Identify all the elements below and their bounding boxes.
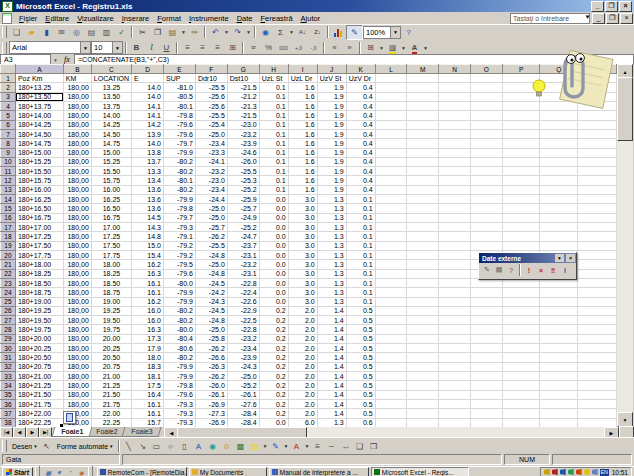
cell-M8[interactable] xyxy=(407,139,439,148)
cell-L23[interactable] xyxy=(375,278,407,287)
column-header-A[interactable]: A xyxy=(15,65,63,74)
cell-D34[interactable]: 17.5 xyxy=(132,381,164,390)
cell-F5[interactable]: -25.5 xyxy=(195,111,227,120)
cell-I26[interactable]: 2.0 xyxy=(288,306,317,315)
cell-J19[interactable]: 1.3 xyxy=(317,241,346,250)
cell-C16[interactable]: 16.75 xyxy=(91,213,131,222)
cell-O15[interactable] xyxy=(470,204,502,213)
column-header-P[interactable]: P xyxy=(502,65,540,74)
cell-L25[interactable] xyxy=(375,297,407,306)
borders-dropdown-icon[interactable]: ▼ xyxy=(378,41,385,54)
cell-D13[interactable]: 13.6 xyxy=(132,185,164,194)
cell-C21[interactable]: 18.00 xyxy=(91,260,131,269)
cell-A5[interactable]: 180+14.00 xyxy=(15,111,63,120)
cell-C31[interactable]: 20.50 xyxy=(91,353,131,362)
cell-E22[interactable]: -79.6 xyxy=(163,269,195,278)
cell-D30[interactable]: 17.9 xyxy=(132,344,164,353)
cell-O31[interactable] xyxy=(470,353,502,362)
cell-D22[interactable]: 16.3 xyxy=(132,269,164,278)
cell-B5[interactable]: 180,00 xyxy=(63,111,91,120)
cell-N3[interactable] xyxy=(439,92,471,101)
cell-O28[interactable] xyxy=(470,325,502,334)
cell-L32[interactable] xyxy=(375,362,407,371)
toolbar-grip[interactable] xyxy=(2,42,7,54)
task-button-4[interactable]: Microsoft Excel - Regis... xyxy=(371,467,469,476)
cell-G34[interactable]: -25.2 xyxy=(227,381,259,390)
cell-R7[interactable] xyxy=(578,129,617,138)
cell-D19[interactable]: 15.0 xyxy=(132,241,164,250)
cell-B1[interactable]: KM xyxy=(63,74,91,83)
cell-C15[interactable]: 16.50 xyxy=(91,204,131,213)
cell-M34[interactable] xyxy=(407,381,439,390)
cell-I11[interactable]: 1.6 xyxy=(288,167,317,176)
cell-E31[interactable]: -80.2 xyxy=(163,353,195,362)
cell-F3[interactable]: -25.6 xyxy=(195,92,227,101)
cell-G36[interactable]: -27.6 xyxy=(227,399,259,408)
cell-N7[interactable] xyxy=(439,129,471,138)
cell-C10[interactable]: 15.25 xyxy=(91,157,131,166)
cell-A15[interactable]: 180+16.50 xyxy=(15,204,63,213)
cell-L31[interactable] xyxy=(375,353,407,362)
borders-button[interactable]: ⊞ xyxy=(363,41,378,54)
zoom-dropdown-icon[interactable]: ▼ xyxy=(390,27,400,38)
cell-P26[interactable] xyxy=(502,306,540,315)
decrease-decimal-button[interactable]: -,0 xyxy=(306,41,321,54)
cell-C22[interactable]: 18.25 xyxy=(91,269,131,278)
row-header-7[interactable]: 7 xyxy=(1,129,16,138)
cell-G14[interactable]: -25.9 xyxy=(227,195,259,204)
cell-G31[interactable]: -23.9 xyxy=(227,353,259,362)
cell-I2[interactable]: 1.6 xyxy=(288,83,317,92)
cell-I1[interactable]: UzL Dr xyxy=(288,74,317,83)
cell-D4[interactable]: 14.1 xyxy=(132,101,164,110)
cell-J23[interactable]: 1.3 xyxy=(317,278,346,287)
cell-E38[interactable]: -79.3 xyxy=(163,418,195,427)
row-header-13[interactable]: 13 xyxy=(1,185,16,194)
cell-B14[interactable]: 180,00 xyxy=(63,195,91,204)
cell-F11[interactable]: -23.2 xyxy=(195,167,227,176)
cell-D29[interactable]: 17.3 xyxy=(132,334,164,343)
cell-D12[interactable]: 13.4 xyxy=(132,176,164,185)
cell-K26[interactable]: 0.5 xyxy=(346,306,375,315)
decrease-indent-button[interactable]: « xyxy=(327,41,342,54)
cell-H31[interactable]: 0.2 xyxy=(259,353,288,362)
cell-D17[interactable]: 14.3 xyxy=(132,223,164,232)
cell-O9[interactable] xyxy=(470,148,502,157)
column-header-C[interactable]: C xyxy=(91,65,131,74)
cell-E13[interactable]: -80.2 xyxy=(163,185,195,194)
query-parameters-button[interactable]: ? xyxy=(505,264,517,276)
first-sheet-icon[interactable]: |◀ xyxy=(0,427,13,438)
cell-C5[interactable]: 14.00 xyxy=(91,111,131,120)
cell-O25[interactable] xyxy=(470,297,502,306)
cell-R8[interactable] xyxy=(578,139,617,148)
cell-E26[interactable]: -80.2 xyxy=(163,306,195,315)
cell-K6[interactable]: 0.4 xyxy=(346,120,375,129)
cell-L26[interactable] xyxy=(375,306,407,315)
column-header-N[interactable]: N xyxy=(439,65,471,74)
date-externe-title-bar[interactable]: Date externe ▾ × xyxy=(479,253,576,263)
edit-query-button[interactable]: ✎ xyxy=(481,264,493,276)
cell-I23[interactable]: 3.0 xyxy=(288,278,317,287)
search-button[interactable]: ◎ xyxy=(69,26,84,39)
cell-J17[interactable]: 1.3 xyxy=(317,223,346,232)
cell-F23[interactable]: -24.5 xyxy=(195,278,227,287)
cell-N29[interactable] xyxy=(439,334,471,343)
cell-P15[interactable] xyxy=(502,204,540,213)
cell-L16[interactable] xyxy=(375,213,407,222)
row-header-17[interactable]: 17 xyxy=(1,223,16,232)
cell-E28[interactable]: -80.0 xyxy=(163,325,195,334)
cell-K19[interactable]: 0.1 xyxy=(346,241,375,250)
cell-I13[interactable]: 1.6 xyxy=(288,185,317,194)
cell-O3[interactable] xyxy=(470,92,502,101)
cell-G16[interactable]: -24.9 xyxy=(227,213,259,222)
cell-P4[interactable] xyxy=(502,101,540,110)
cell-M14[interactable] xyxy=(407,195,439,204)
cell-F19[interactable]: -25.5 xyxy=(195,241,227,250)
increase-indent-button[interactable]: » xyxy=(342,41,357,54)
cell-R32[interactable] xyxy=(578,362,617,371)
cell-N28[interactable] xyxy=(439,325,471,334)
font-color-dropdown-icon[interactable]: ▼ xyxy=(422,41,429,54)
cell-P25[interactable] xyxy=(502,297,540,306)
cell-G25[interactable]: -22.6 xyxy=(227,297,259,306)
row-header-22[interactable]: 22 xyxy=(1,269,16,278)
insert-function-button[interactable]: fx xyxy=(60,55,74,64)
